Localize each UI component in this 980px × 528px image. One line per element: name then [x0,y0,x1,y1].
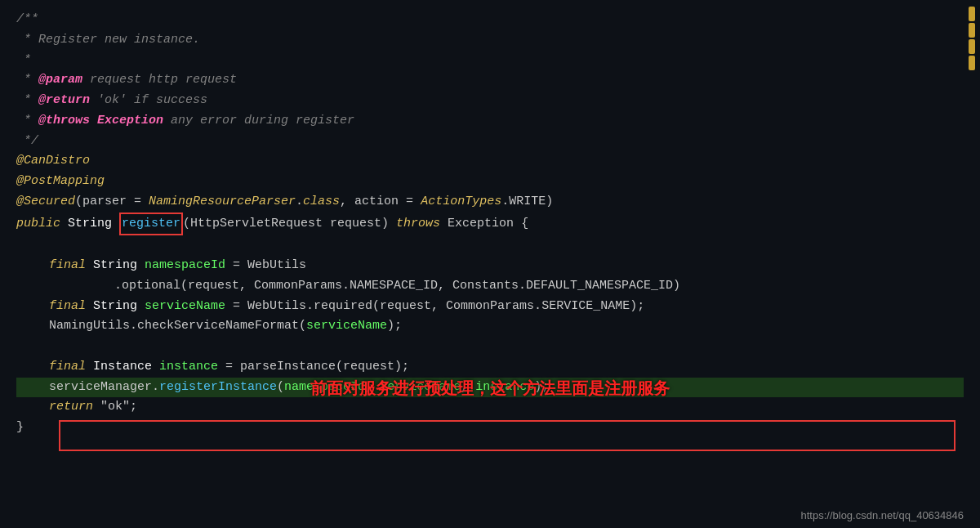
code-line-17 [16,337,964,357]
watermark: https://blog.csdn.net/qq_40634846 [801,509,964,521]
comment-close: */ [16,132,38,152]
equals-1: = WebUtils [225,256,306,276]
return-keyword: @return [38,91,90,111]
code-line-6: * @throws Exception any error during reg… [16,111,964,132]
comment-throws-star: * [16,111,38,132]
param-keyword: @param [38,70,82,91]
throws-keyword-decl: throws [396,214,440,235]
code-line-20: return "ok"; [16,397,964,418]
code-line-10: @Secured(parser = NamingResourceParser.c… [16,192,964,213]
optional-call: .optional(request, CommonParams.NAMESPAC… [114,276,680,297]
final-keyword-1: final [49,256,86,276]
annotation-postmapping: @PostMapping [16,172,105,192]
code-line-3: * [16,51,964,71]
code-line-11: public String register(HttpServletReques… [16,213,964,236]
namespace-id-var: namespaceId [145,256,225,276]
chinese-annotation-text: 前面对服务进行预处理，这个方法里面是注册服务 [310,378,670,400]
secured-parser-value: NamingResourceParser [149,192,296,213]
code-line-4: * @param request http request [16,70,964,91]
code-line-13: final String namespaceId = WebUtils [16,256,964,276]
code-line-9: @PostMapping [16,172,964,192]
register-params: (HttpServletRequest request) [183,214,396,235]
comment-throws-exception [90,111,97,132]
code-line-14: .optional(request, CommonParams.NAMESPAC… [16,276,964,297]
comment-param-star: * [16,70,38,91]
closing-brace: } [16,418,24,438]
code-line-7: */ [16,132,964,152]
instance-type: Instance [86,357,159,378]
chinese-annotation-overlay: 前面对服务进行预处理，这个方法里面是注册服务 [0,378,980,400]
parse-instance: = parseInstance(request); [218,357,409,378]
code-line-18: final Instance instance = parseInstance(… [16,357,964,378]
register-method: register [122,217,180,230]
secured-parser-label: parser = [82,192,149,213]
equals-2: = WebUtils.required(request, CommonParam… [225,297,644,317]
throws-exception-type: Exception [97,111,163,132]
naming-utils-close: ); [387,316,402,337]
comment-star: * [16,51,31,71]
string-type: String [60,214,119,235]
code-line-5: * @return 'ok' if success [16,91,964,111]
register-method-box: register [119,213,183,236]
scrollbar-mark-4[interactable] [969,56,975,70]
public-keyword: public [16,214,60,235]
secured-comma: , action = [340,192,421,213]
string-type-2: String [86,297,145,317]
code-line-1: /** [16,10,964,30]
instance-var: instance [159,357,218,378]
scrollbar-mark-2[interactable] [969,23,975,38]
comment-param-text: request http request [82,70,237,91]
return-value: "ok"; [93,397,137,418]
code-line-15: final String serviceName = WebUtils.requ… [16,297,964,317]
final-keyword-3: final [49,357,86,378]
return-keyword: return [49,397,93,418]
code-line-8: @CanDistro [16,151,964,172]
exception-decl: Exception { [440,214,528,235]
throws-keyword: @throws [38,111,90,132]
scrollbar-mark-3[interactable] [969,39,975,54]
secured-dot-class: . [296,192,303,213]
scrollbar-right[interactable] [969,0,975,528]
naming-utils: NamingUtils.checkServiceNameFormat( [49,316,306,337]
code-container: /** * Register new instance. * * @param … [0,0,980,528]
final-keyword-2: final [49,297,86,317]
comment-return-star: * [16,91,38,111]
secured-dot-write: .WRITE) [501,192,553,213]
code-line-16: NamingUtils.checkServiceNameFormat(servi… [16,316,964,337]
comment-return-text: 'ok' if success [90,91,207,111]
code-line-12 [16,235,964,256]
service-name-var: serviceName [145,297,225,317]
service-name-param: serviceName [306,316,387,337]
comment-throws-text: any error during register [163,111,354,132]
annotation-secured: @Secured [16,192,75,213]
comment-register: * Register new instance. [16,30,200,51]
annotation-candistro: @CanDistro [16,151,90,172]
code-line-2: * Register new instance. [16,30,964,51]
secured-paren-open: ( [75,192,82,213]
secured-class-keyword: class [303,192,340,213]
scrollbar-mark-1[interactable] [969,7,975,21]
comment-open: /** [16,10,38,30]
string-type-1: String [86,256,145,276]
secured-actiontypes: ActionTypes [421,192,501,213]
code-line-21: } [16,418,964,438]
